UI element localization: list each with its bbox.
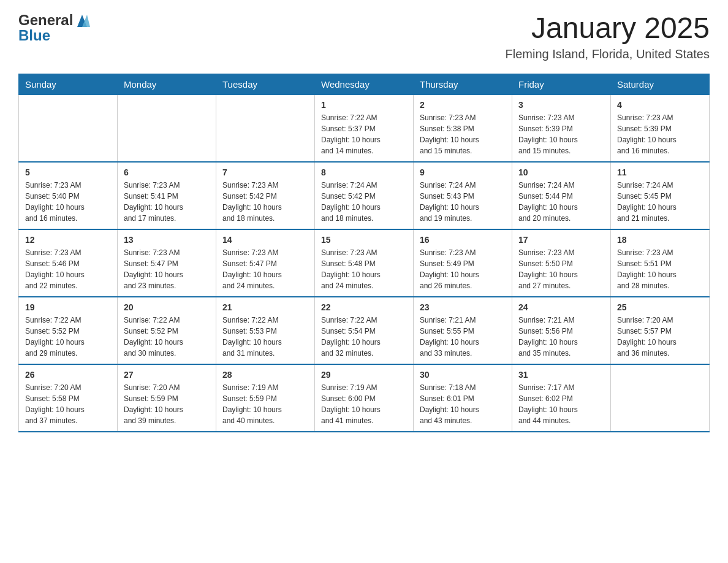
- day-info: Sunrise: 7:22 AM Sunset: 5:53 PM Dayligh…: [222, 315, 308, 359]
- day-number: 27: [124, 370, 210, 380]
- calendar-cell: [19, 94, 118, 162]
- header-tuesday: Tuesday: [216, 74, 315, 94]
- title-section: January 2025 Fleming Island, Florida, Un…: [506, 12, 710, 61]
- day-info: Sunrise: 7:20 AM Sunset: 5:58 PM Dayligh…: [25, 382, 111, 426]
- day-info: Sunrise: 7:19 AM Sunset: 5:59 PM Dayligh…: [222, 382, 308, 426]
- calendar-cell: 15Sunrise: 7:23 AM Sunset: 5:48 PM Dayli…: [315, 229, 414, 297]
- calendar-cell: 3Sunrise: 7:23 AM Sunset: 5:39 PM Daylig…: [512, 94, 611, 162]
- day-number: 8: [321, 167, 407, 177]
- calendar-header-row: SundayMondayTuesdayWednesdayThursdayFrid…: [19, 74, 710, 94]
- calendar-cell: 20Sunrise: 7:22 AM Sunset: 5:52 PM Dayli…: [118, 297, 216, 364]
- calendar-week-row: 5Sunrise: 7:23 AM Sunset: 5:40 PM Daylig…: [19, 162, 710, 229]
- calendar-cell: 18Sunrise: 7:23 AM Sunset: 5:51 PM Dayli…: [611, 229, 710, 297]
- day-info: Sunrise: 7:23 AM Sunset: 5:49 PM Dayligh…: [420, 247, 506, 291]
- day-number: 7: [222, 167, 308, 177]
- day-info: Sunrise: 7:22 AM Sunset: 5:54 PM Dayligh…: [321, 315, 407, 359]
- day-info: Sunrise: 7:23 AM Sunset: 5:47 PM Dayligh…: [222, 247, 308, 291]
- day-number: 17: [518, 235, 604, 245]
- calendar-cell: 26Sunrise: 7:20 AM Sunset: 5:58 PM Dayli…: [19, 364, 118, 432]
- day-number: 29: [321, 370, 407, 380]
- header-saturday: Saturday: [611, 74, 710, 94]
- logo-icon: [74, 12, 90, 28]
- day-number: 20: [124, 302, 210, 312]
- month-title: January 2025: [506, 12, 710, 45]
- logo: General Blue: [18, 12, 90, 43]
- day-number: 3: [518, 100, 604, 110]
- day-number: 26: [25, 370, 111, 380]
- day-number: 18: [617, 235, 703, 245]
- day-info: Sunrise: 7:22 AM Sunset: 5:52 PM Dayligh…: [124, 315, 210, 359]
- day-info: Sunrise: 7:21 AM Sunset: 5:55 PM Dayligh…: [420, 315, 506, 359]
- calendar-table: SundayMondayTuesdayWednesdayThursdayFrid…: [18, 74, 710, 432]
- calendar-cell: 6Sunrise: 7:23 AM Sunset: 5:41 PM Daylig…: [118, 162, 216, 229]
- calendar-cell: 30Sunrise: 7:18 AM Sunset: 6:01 PM Dayli…: [414, 364, 512, 432]
- header-friday: Friday: [512, 74, 611, 94]
- day-number: 6: [124, 167, 210, 177]
- day-number: 14: [222, 235, 308, 245]
- calendar-cell: 9Sunrise: 7:24 AM Sunset: 5:43 PM Daylig…: [414, 162, 512, 229]
- day-number: 5: [25, 167, 111, 177]
- day-info: Sunrise: 7:23 AM Sunset: 5:39 PM Dayligh…: [617, 112, 703, 156]
- calendar-cell: 8Sunrise: 7:24 AM Sunset: 5:42 PM Daylig…: [315, 162, 414, 229]
- logo-general-text: General: [18, 13, 73, 28]
- day-info: Sunrise: 7:23 AM Sunset: 5:48 PM Dayligh…: [321, 247, 407, 291]
- calendar-cell: 23Sunrise: 7:21 AM Sunset: 5:55 PM Dayli…: [414, 297, 512, 364]
- day-info: Sunrise: 7:24 AM Sunset: 5:42 PM Dayligh…: [321, 180, 407, 224]
- day-number: 19: [25, 302, 111, 312]
- calendar-week-row: 12Sunrise: 7:23 AM Sunset: 5:46 PM Dayli…: [19, 229, 710, 297]
- day-info: Sunrise: 7:23 AM Sunset: 5:42 PM Dayligh…: [222, 180, 308, 224]
- calendar-cell: 5Sunrise: 7:23 AM Sunset: 5:40 PM Daylig…: [19, 162, 118, 229]
- logo-blue-text: Blue: [18, 28, 50, 43]
- calendar-cell: 22Sunrise: 7:22 AM Sunset: 5:54 PM Dayli…: [315, 297, 414, 364]
- day-info: Sunrise: 7:23 AM Sunset: 5:38 PM Dayligh…: [420, 112, 506, 156]
- day-info: Sunrise: 7:22 AM Sunset: 5:37 PM Dayligh…: [321, 112, 407, 156]
- day-number: 13: [124, 235, 210, 245]
- calendar-week-row: 26Sunrise: 7:20 AM Sunset: 5:58 PM Dayli…: [19, 364, 710, 432]
- day-number: 15: [321, 235, 407, 245]
- day-info: Sunrise: 7:17 AM Sunset: 6:02 PM Dayligh…: [518, 382, 604, 426]
- location-text: Fleming Island, Florida, United States: [506, 47, 710, 61]
- header-monday: Monday: [118, 74, 216, 94]
- day-info: Sunrise: 7:23 AM Sunset: 5:41 PM Dayligh…: [124, 180, 210, 224]
- day-number: 1: [321, 100, 407, 110]
- page-header: General Blue January 2025 Fleming Island…: [18, 12, 710, 61]
- calendar-cell: 16Sunrise: 7:23 AM Sunset: 5:49 PM Dayli…: [414, 229, 512, 297]
- day-number: 4: [617, 100, 703, 110]
- header-thursday: Thursday: [414, 74, 512, 94]
- calendar-cell: 1Sunrise: 7:22 AM Sunset: 5:37 PM Daylig…: [315, 94, 414, 162]
- day-number: 12: [25, 235, 111, 245]
- day-number: 28: [222, 370, 308, 380]
- day-number: 21: [222, 302, 308, 312]
- day-number: 30: [420, 370, 506, 380]
- calendar-cell: 29Sunrise: 7:19 AM Sunset: 6:00 PM Dayli…: [315, 364, 414, 432]
- day-info: Sunrise: 7:18 AM Sunset: 6:01 PM Dayligh…: [420, 382, 506, 426]
- calendar-cell: 28Sunrise: 7:19 AM Sunset: 5:59 PM Dayli…: [216, 364, 315, 432]
- calendar-cell: [611, 364, 710, 432]
- calendar-cell: [118, 94, 216, 162]
- day-info: Sunrise: 7:22 AM Sunset: 5:52 PM Dayligh…: [25, 315, 111, 359]
- calendar-cell: 2Sunrise: 7:23 AM Sunset: 5:38 PM Daylig…: [414, 94, 512, 162]
- calendar-cell: 11Sunrise: 7:24 AM Sunset: 5:45 PM Dayli…: [611, 162, 710, 229]
- calendar-cell: 24Sunrise: 7:21 AM Sunset: 5:56 PM Dayli…: [512, 297, 611, 364]
- day-info: Sunrise: 7:23 AM Sunset: 5:39 PM Dayligh…: [518, 112, 604, 156]
- day-info: Sunrise: 7:20 AM Sunset: 5:57 PM Dayligh…: [617, 315, 703, 359]
- calendar-cell: 17Sunrise: 7:23 AM Sunset: 5:50 PM Dayli…: [512, 229, 611, 297]
- day-number: 9: [420, 167, 506, 177]
- day-number: 2: [420, 100, 506, 110]
- calendar-cell: 21Sunrise: 7:22 AM Sunset: 5:53 PM Dayli…: [216, 297, 315, 364]
- day-number: 10: [518, 167, 604, 177]
- day-info: Sunrise: 7:23 AM Sunset: 5:51 PM Dayligh…: [617, 247, 703, 291]
- calendar-cell: 4Sunrise: 7:23 AM Sunset: 5:39 PM Daylig…: [611, 94, 710, 162]
- day-number: 25: [617, 302, 703, 312]
- day-number: 11: [617, 167, 703, 177]
- day-info: Sunrise: 7:23 AM Sunset: 5:40 PM Dayligh…: [25, 180, 111, 224]
- day-info: Sunrise: 7:21 AM Sunset: 5:56 PM Dayligh…: [518, 315, 604, 359]
- calendar-cell: 19Sunrise: 7:22 AM Sunset: 5:52 PM Dayli…: [19, 297, 118, 364]
- calendar-cell: 27Sunrise: 7:20 AM Sunset: 5:59 PM Dayli…: [118, 364, 216, 432]
- calendar-cell: 12Sunrise: 7:23 AM Sunset: 5:46 PM Dayli…: [19, 229, 118, 297]
- calendar-cell: [216, 94, 315, 162]
- day-info: Sunrise: 7:24 AM Sunset: 5:43 PM Dayligh…: [420, 180, 506, 224]
- calendar-cell: 14Sunrise: 7:23 AM Sunset: 5:47 PM Dayli…: [216, 229, 315, 297]
- calendar-cell: 31Sunrise: 7:17 AM Sunset: 6:02 PM Dayli…: [512, 364, 611, 432]
- header-wednesday: Wednesday: [315, 74, 414, 94]
